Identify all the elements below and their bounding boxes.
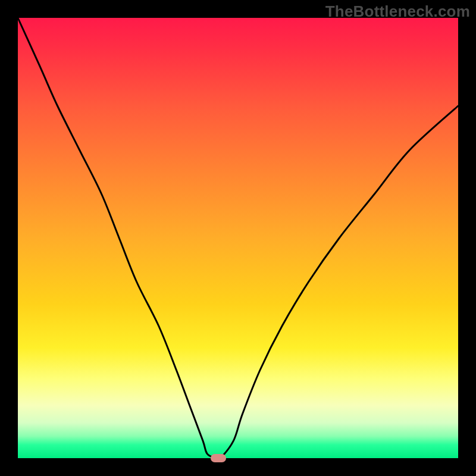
bottleneck-curve	[18, 18, 458, 458]
optimal-marker-icon	[211, 454, 226, 462]
plot-area	[18, 18, 458, 458]
chart-frame: TheBottleneck.com	[0, 0, 476, 476]
